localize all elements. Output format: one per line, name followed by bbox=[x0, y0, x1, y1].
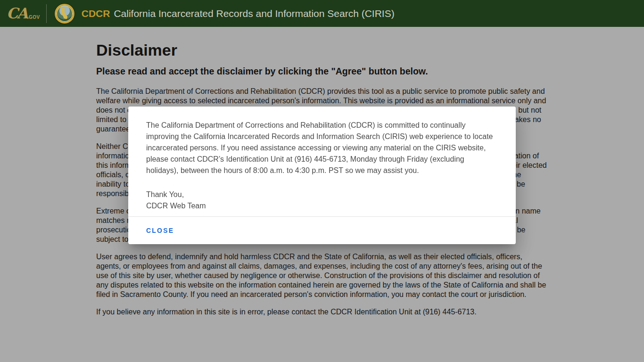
app-header: CA .GOV CDCR California Incarcerated Rec… bbox=[0, 0, 644, 27]
close-button[interactable]: CLOSE bbox=[142, 223, 178, 238]
header-divider bbox=[46, 4, 47, 23]
dialog-body: The California Department of Corrections… bbox=[128, 107, 516, 212]
dialog-signoff-line2: CDCR Web Team bbox=[146, 202, 206, 210]
ca-gov-logo[interactable]: CA .GOV bbox=[7, 6, 40, 21]
ca-gov-logo-suffix: .GOV bbox=[27, 15, 40, 20]
dialog-actions: CLOSE bbox=[128, 217, 516, 244]
ca-gov-logo-script: CA bbox=[7, 6, 27, 21]
dialog-signoff-line1: Thank You, bbox=[146, 190, 184, 198]
cdcr-seal-icon bbox=[55, 4, 74, 24]
header-brand: CDCR California Incarcerated Records and… bbox=[82, 8, 395, 19]
app-title: California Incarcerated Records and Info… bbox=[114, 8, 394, 19]
accessibility-info-dialog: The California Department of Corrections… bbox=[128, 107, 516, 244]
brand-acronym: CDCR bbox=[82, 8, 110, 19]
california-shape-icon bbox=[61, 8, 68, 19]
dialog-message: The California Department of Corrections… bbox=[146, 120, 497, 176]
dialog-signoff: Thank You, CDCR Web Team bbox=[146, 189, 497, 212]
